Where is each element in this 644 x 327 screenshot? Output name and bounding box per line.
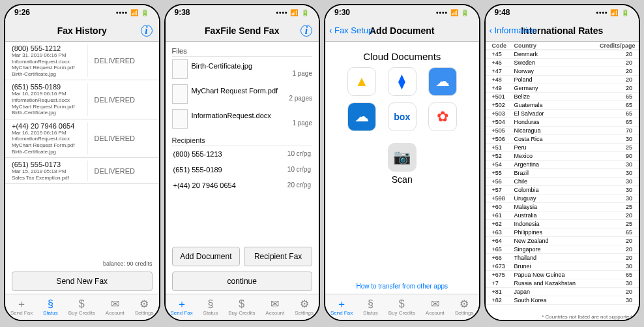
tab-status[interactable]: §Status — [203, 299, 218, 316]
status-icon: § — [368, 299, 373, 309]
recipient-row[interactable]: (651) 555-018910 cr/pg — [166, 162, 319, 178]
tab-label: Settings — [455, 310, 474, 316]
history-row[interactable]: (800) 555-1212Mar 31, 2019 06:16 PMInfor… — [5, 42, 159, 80]
rate-country: Colombia — [514, 187, 600, 193]
status-label: DELIVERED — [87, 161, 153, 181]
scan-icon[interactable]: 📷 — [388, 143, 417, 172]
tab-status[interactable]: §Status — [363, 299, 378, 316]
rate-credits: 65 — [600, 272, 632, 278]
rates-header-row: Code Country Credits/page — [486, 42, 639, 50]
info-icon[interactable]: i — [141, 25, 153, 37]
tab-settings[interactable]: ⚙Settings — [455, 299, 474, 316]
add-document-button[interactable]: Add Document — [172, 247, 241, 266]
history-row[interactable]: (651) 555-0189Mar 16, 2019 06:16 PMInfor… — [5, 80, 159, 119]
rate-row: +506Costa Rica30 — [486, 135, 639, 144]
rate-country: Poland — [514, 76, 600, 83]
rate-code: +598 — [492, 195, 514, 202]
rate-country: Germany — [514, 85, 600, 91]
tab-label: Settings — [295, 310, 314, 316]
google-drive-icon[interactable]: ▲ — [347, 67, 376, 96]
tab-send-fax[interactable]: ＋Send Fax — [330, 299, 353, 316]
tab-account[interactable]: ✉Account — [265, 299, 284, 316]
account-icon: ✉ — [431, 299, 439, 309]
status-time: 9:30 — [334, 8, 350, 17]
rate-country: Nicaragua — [514, 127, 600, 134]
send-fax-icon: ＋ — [16, 299, 27, 309]
rate-country: Denmark — [514, 51, 600, 57]
tab-account[interactable]: ✉Account — [106, 299, 124, 316]
scan-block: 📷 Scan — [325, 143, 479, 185]
rate-code: +64 — [492, 238, 514, 244]
history-list[interactable]: (800) 555-1212Mar 31, 2019 06:16 PMInfor… — [5, 42, 159, 258]
rate-credits: 20 — [600, 288, 632, 295]
rate-credits: 25 — [600, 204, 632, 210]
tab-status[interactable]: §Status — [43, 299, 58, 316]
photos-icon[interactable]: ✿ — [428, 102, 457, 131]
file-name: InformationRequest.docx — [192, 112, 313, 119]
rate-code: +66 — [492, 255, 514, 261]
tab-buy-credits[interactable]: $Buy Credits — [68, 299, 95, 316]
file-pages: 2 pages — [192, 95, 313, 102]
files-header: Files — [166, 44, 319, 56]
rate-country: Belize — [514, 93, 600, 100]
onedrive-icon[interactable]: ☁ — [347, 102, 376, 131]
tab-send-fax[interactable]: ＋Send Fax — [170, 299, 192, 316]
back-button[interactable]: ‹ Information — [490, 25, 537, 35]
history-row[interactable]: (651) 555-0173Mar 15, 2019 05:18 PMSales… — [5, 158, 159, 184]
file-row[interactable]: MyChart Request Form.pdf2 pages — [166, 82, 319, 106]
tab-send-fax[interactable]: ＋Send Fax — [10, 299, 33, 316]
rate-country: El Salvador — [514, 110, 600, 117]
rate-code: +56 — [492, 178, 514, 185]
back-button[interactable]: ‹ Fax Setup — [329, 25, 373, 35]
recipient-row[interactable]: (800) 555-121310 cr/pg — [166, 146, 319, 162]
col-country: Country — [514, 42, 600, 49]
tabbar: ＋Send Fax§Status$Buy Credits✉Account⚙Set… — [325, 294, 479, 320]
rates-list[interactable]: +45Denmark20+46Sweden20+47Norway20+48Pol… — [486, 50, 639, 312]
rate-code: +48 — [492, 76, 514, 83]
rate-credits: 30 — [600, 136, 632, 142]
status-label: DELIVERED — [87, 83, 153, 116]
file-row[interactable]: InformationRequest.docx1 page — [166, 106, 319, 131]
rate-credits: 65 — [600, 229, 632, 236]
phone-send-fax: 9:38 •••• 📶 🔋 FaxFile Send Fax i Files B… — [164, 4, 321, 321]
file-thumb-icon — [172, 59, 188, 79]
dropbox-icon[interactable]: ⧫ — [388, 67, 417, 96]
tab-settings[interactable]: ⚙Settings — [135, 299, 154, 316]
fax-number: (651) 555-0189 — [12, 83, 87, 91]
file-row[interactable]: Birth-Certificate.jpg1 page — [166, 57, 319, 82]
history-row[interactable]: +(44) 20 7946 0654Mar 16, 2019 06:16 PMI… — [5, 119, 159, 158]
tab-buy-credits[interactable]: $Buy Credits — [388, 299, 415, 316]
rate-row: +48Poland20 — [486, 76, 639, 84]
fax-date: Mar 16, 2019 06:16 PM — [12, 130, 87, 136]
info-icon[interactable]: i — [300, 25, 312, 37]
page-title: Add Document — [370, 25, 435, 36]
rate-row: +47Norway20 — [486, 67, 639, 76]
continue-button[interactable]: continue — [172, 272, 313, 291]
rate-code: +81 — [492, 288, 514, 295]
transfer-link[interactable]: How to transfer from other apps — [325, 283, 479, 294]
icloud-icon[interactable]: ☁ — [428, 67, 457, 96]
tab-account[interactable]: ✉Account — [426, 299, 445, 316]
navbar: FaxFile Send Fax i — [166, 20, 319, 42]
box-icon[interactable]: box — [388, 102, 417, 131]
rate-code: +45 — [492, 51, 514, 57]
settings-icon: ⚙ — [300, 299, 309, 309]
recipient-number: (651) 555-0189 — [173, 166, 222, 174]
buy-credits-icon: $ — [239, 299, 244, 309]
send-new-fax-button[interactable]: Send New Fax — [12, 272, 153, 291]
tab-label: Account — [106, 310, 124, 316]
recipient-row[interactable]: +(44) 20 7946 065420 cr/pg — [166, 178, 319, 193]
recipient-fax-button[interactable]: Recipient Fax — [244, 247, 312, 266]
col-code: Code — [492, 42, 514, 49]
rate-row: +49Germany20 — [486, 84, 639, 93]
scan-label: Scan — [392, 174, 413, 185]
tab-buy-credits[interactable]: $Buy Credits — [228, 299, 255, 316]
rate-credits: 25 — [600, 221, 632, 227]
tab-label: Status — [203, 310, 218, 316]
rate-credits: 25 — [600, 144, 632, 151]
tab-settings[interactable]: ⚙Settings — [295, 299, 314, 316]
rate-code: +57 — [492, 187, 514, 193]
rate-row: +60Malaysia25 — [486, 203, 639, 211]
rate-country: Singapore — [514, 246, 600, 253]
tab-label: Buy Credits — [388, 310, 415, 316]
